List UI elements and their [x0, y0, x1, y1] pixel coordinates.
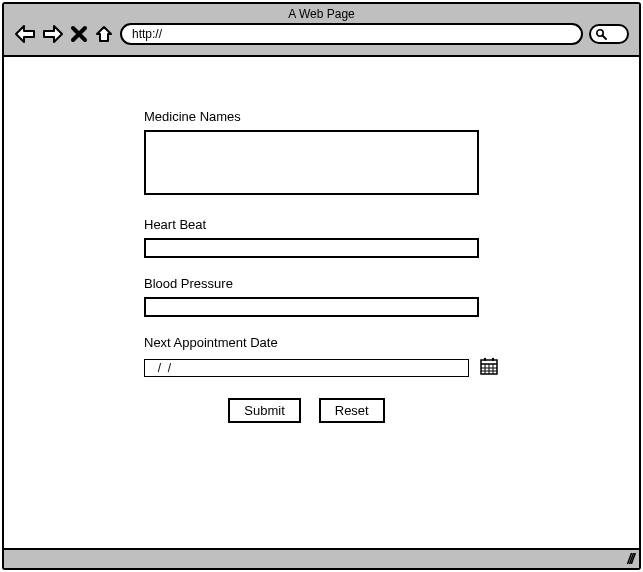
- appointment-input[interactable]: [144, 359, 469, 377]
- resize-grip-icon[interactable]: ///: [627, 551, 633, 567]
- statusbar: ///: [4, 548, 639, 568]
- page-content: Medicine Names Heart Beat Blood Pressure…: [4, 57, 639, 548]
- calendar-icon: [479, 356, 499, 376]
- browser-window: A Web Page: [2, 2, 641, 570]
- calendar-picker-button[interactable]: [479, 356, 499, 380]
- button-row: Submit Reset: [104, 398, 509, 423]
- forward-button[interactable]: [42, 24, 64, 44]
- x-icon: [70, 25, 88, 43]
- medicine-field-group: Medicine Names: [144, 109, 509, 199]
- heartbeat-input[interactable]: [144, 238, 479, 258]
- search-button[interactable]: [589, 24, 629, 44]
- heartbeat-label: Heart Beat: [144, 217, 509, 232]
- home-button[interactable]: [94, 24, 114, 44]
- bp-label: Blood Pressure: [144, 276, 509, 291]
- appointment-label: Next Appointment Date: [144, 335, 509, 350]
- home-icon: [94, 24, 114, 44]
- titlebar: A Web Page: [4, 4, 639, 57]
- arrow-left-icon: [14, 24, 36, 44]
- form: Medicine Names Heart Beat Blood Pressure…: [4, 57, 639, 423]
- stop-button[interactable]: [70, 25, 88, 43]
- medicine-label: Medicine Names: [144, 109, 509, 124]
- bp-field-group: Blood Pressure: [144, 276, 509, 317]
- reset-button[interactable]: Reset: [319, 398, 385, 423]
- arrow-right-icon: [42, 24, 64, 44]
- submit-button[interactable]: Submit: [228, 398, 300, 423]
- svg-line-1: [603, 36, 607, 40]
- medicine-input[interactable]: [144, 130, 479, 195]
- address-bar[interactable]: [120, 23, 583, 45]
- heartbeat-field-group: Heart Beat: [144, 217, 509, 258]
- appointment-field-group: Next Appointment Date: [144, 335, 509, 380]
- toolbar: [4, 21, 639, 49]
- search-icon: [595, 28, 607, 40]
- bp-input[interactable]: [144, 297, 479, 317]
- back-button[interactable]: [14, 24, 36, 44]
- window-title: A Web Page: [4, 7, 639, 21]
- date-row: [144, 356, 509, 380]
